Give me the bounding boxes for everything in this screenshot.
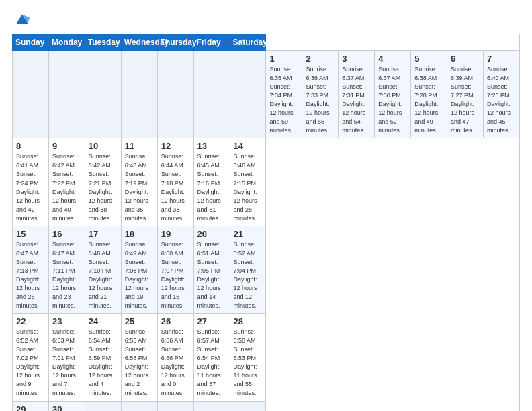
weekday-header: Saturday <box>230 34 266 51</box>
day-info: Sunrise: 6:35 AMSunset: 7:34 PMDaylight:… <box>269 65 298 135</box>
weekday-header: Monday <box>48 34 85 51</box>
calendar-day-cell: 15Sunrise: 6:47 AMSunset: 7:13 PMDayligh… <box>13 226 49 313</box>
calendar-day-cell <box>193 51 230 138</box>
calendar-day-cell: 1Sunrise: 6:35 AMSunset: 7:34 PMDaylight… <box>266 51 302 138</box>
calendar-day-cell: 10Sunrise: 6:42 AMSunset: 7:21 PMDayligh… <box>85 138 121 226</box>
calendar-day-cell: 17Sunrise: 6:48 AMSunset: 7:10 PMDayligh… <box>85 226 121 313</box>
day-info: Sunrise: 6:44 AMSunset: 7:18 PMDaylight:… <box>161 152 190 222</box>
day-number: 5 <box>414 54 443 64</box>
day-info: Sunrise: 6:40 AMSunset: 7:25 PMDaylight:… <box>487 65 516 135</box>
calendar-day-cell: 6Sunrise: 6:39 AMSunset: 7:27 PMDaylight… <box>447 51 484 138</box>
calendar-day-cell: 8Sunrise: 6:41 AMSunset: 7:24 PMDaylight… <box>13 138 49 226</box>
calendar-day-cell: 27Sunrise: 6:57 AMSunset: 6:54 PMDayligh… <box>193 314 230 401</box>
calendar-day-cell <box>48 51 85 138</box>
calendar-day-cell: 30Sunrise: 6:59 AMSunset: 6:50 PMDayligh… <box>48 401 85 411</box>
calendar-day-cell: 18Sunrise: 6:49 AMSunset: 7:08 PMDayligh… <box>121 226 157 313</box>
calendar-day-cell: 24Sunrise: 6:54 AMSunset: 6:59 PMDayligh… <box>85 314 121 401</box>
day-info: Sunrise: 6:55 AMSunset: 6:58 PMDaylight:… <box>125 328 154 398</box>
day-number: 28 <box>234 316 263 326</box>
day-info: Sunrise: 6:49 AMSunset: 7:08 PMDaylight:… <box>125 240 154 310</box>
day-info: Sunrise: 6:37 AMSunset: 7:30 PMDaylight:… <box>378 65 407 135</box>
day-number: 17 <box>89 229 118 239</box>
calendar-day-cell: 5Sunrise: 6:38 AMSunset: 7:28 PMDaylight… <box>411 51 447 138</box>
page: SundayMondayTuesdayWednesdayThursdayFrid… <box>0 0 532 411</box>
calendar-week-row: 8Sunrise: 6:41 AMSunset: 7:24 PMDaylight… <box>13 138 520 226</box>
calendar-day-cell: 23Sunrise: 6:53 AMSunset: 7:01 PMDayligh… <box>48 314 85 401</box>
day-number: 21 <box>234 229 263 239</box>
calendar-day-cell <box>85 51 121 138</box>
day-number: 9 <box>52 141 81 151</box>
day-info: Sunrise: 6:36 AMSunset: 7:33 PMDaylight:… <box>306 65 335 135</box>
day-number: 12 <box>161 141 190 151</box>
calendar-day-cell: 16Sunrise: 6:47 AMSunset: 7:11 PMDayligh… <box>48 226 85 313</box>
calendar-day-cell: 7Sunrise: 6:40 AMSunset: 7:25 PMDaylight… <box>483 51 519 138</box>
day-number: 2 <box>306 54 335 64</box>
calendar-day-cell <box>85 401 121 411</box>
day-info: Sunrise: 6:52 AMSunset: 7:04 PMDaylight:… <box>234 240 263 310</box>
day-number: 22 <box>16 316 45 326</box>
logo-icon <box>15 12 30 27</box>
day-number: 7 <box>487 54 516 64</box>
calendar-day-cell: 13Sunrise: 6:45 AMSunset: 7:16 PMDayligh… <box>193 138 230 226</box>
calendar-day-cell: 22Sunrise: 6:52 AMSunset: 7:02 PMDayligh… <box>13 314 49 401</box>
day-info: Sunrise: 6:54 AMSunset: 6:59 PMDaylight:… <box>89 328 118 398</box>
day-info: Sunrise: 6:47 AMSunset: 7:13 PMDaylight:… <box>16 240 45 310</box>
weekday-header: Sunday <box>13 34 49 51</box>
day-number: 18 <box>125 229 154 239</box>
day-info: Sunrise: 6:45 AMSunset: 7:16 PMDaylight:… <box>197 152 226 222</box>
calendar-day-cell: 3Sunrise: 6:37 AMSunset: 7:31 PMDaylight… <box>339 51 375 138</box>
calendar-day-cell: 9Sunrise: 6:42 AMSunset: 7:22 PMDaylight… <box>48 138 85 226</box>
calendar-day-cell <box>157 51 193 138</box>
day-info: Sunrise: 6:46 AMSunset: 7:15 PMDaylight:… <box>234 152 263 222</box>
day-number: 19 <box>161 229 190 239</box>
calendar-day-cell: 20Sunrise: 6:51 AMSunset: 7:05 PMDayligh… <box>193 226 230 313</box>
day-number: 16 <box>52 229 81 239</box>
day-info: Sunrise: 6:43 AMSunset: 7:19 PMDaylight:… <box>125 152 154 222</box>
day-number: 15 <box>16 229 45 239</box>
day-info: Sunrise: 6:51 AMSunset: 7:05 PMDaylight:… <box>197 240 226 310</box>
calendar-week-row: 22Sunrise: 6:52 AMSunset: 7:02 PMDayligh… <box>13 314 520 401</box>
day-info: Sunrise: 6:47 AMSunset: 7:11 PMDaylight:… <box>52 240 81 310</box>
calendar-day-cell: 21Sunrise: 6:52 AMSunset: 7:04 PMDayligh… <box>230 226 266 313</box>
calendar-week-row: 29Sunrise: 6:58 AMSunset: 6:51 PMDayligh… <box>13 401 520 411</box>
day-number: 6 <box>451 54 480 64</box>
calendar-day-cell: 2Sunrise: 6:36 AMSunset: 7:33 PMDaylight… <box>302 51 339 138</box>
day-number: 3 <box>342 54 371 64</box>
calendar-day-cell <box>230 401 266 411</box>
day-number: 24 <box>89 316 118 326</box>
header <box>12 12 520 27</box>
logo <box>12 12 30 27</box>
weekday-header: Friday <box>193 34 230 51</box>
day-info: Sunrise: 6:37 AMSunset: 7:31 PMDaylight:… <box>342 65 371 135</box>
day-number: 10 <box>89 141 118 151</box>
calendar-day-cell: 26Sunrise: 6:56 AMSunset: 6:56 PMDayligh… <box>157 314 193 401</box>
day-info: Sunrise: 6:56 AMSunset: 6:56 PMDaylight:… <box>161 328 190 398</box>
day-info: Sunrise: 6:42 AMSunset: 7:21 PMDaylight:… <box>89 152 118 222</box>
calendar: SundayMondayTuesdayWednesdayThursdayFrid… <box>12 34 520 411</box>
day-number: 30 <box>52 404 81 412</box>
calendar-day-cell <box>121 51 157 138</box>
calendar-day-cell: 29Sunrise: 6:58 AMSunset: 6:51 PMDayligh… <box>13 401 49 411</box>
calendar-day-cell <box>121 401 157 411</box>
day-info: Sunrise: 6:39 AMSunset: 7:27 PMDaylight:… <box>451 65 480 135</box>
day-info: Sunrise: 6:58 AMSunset: 6:53 PMDaylight:… <box>234 328 263 398</box>
day-info: Sunrise: 6:50 AMSunset: 7:07 PMDaylight:… <box>161 240 190 310</box>
calendar-day-cell: 11Sunrise: 6:43 AMSunset: 7:19 PMDayligh… <box>121 138 157 226</box>
calendar-header: SundayMondayTuesdayWednesdayThursdayFrid… <box>13 34 520 51</box>
day-number: 25 <box>125 316 154 326</box>
calendar-day-cell: 25Sunrise: 6:55 AMSunset: 6:58 PMDayligh… <box>121 314 157 401</box>
calendar-day-cell: 19Sunrise: 6:50 AMSunset: 7:07 PMDayligh… <box>157 226 193 313</box>
day-info: Sunrise: 6:42 AMSunset: 7:22 PMDaylight:… <box>52 152 81 222</box>
day-info: Sunrise: 6:57 AMSunset: 6:54 PMDaylight:… <box>197 328 226 398</box>
day-info: Sunrise: 6:52 AMSunset: 7:02 PMDaylight:… <box>16 328 45 398</box>
weekday-header: Wednesday <box>121 34 157 51</box>
day-number: 20 <box>197 229 226 239</box>
day-info: Sunrise: 6:41 AMSunset: 7:24 PMDaylight:… <box>16 152 45 222</box>
day-info: Sunrise: 6:38 AMSunset: 7:28 PMDaylight:… <box>414 65 443 135</box>
calendar-day-cell: 12Sunrise: 6:44 AMSunset: 7:18 PMDayligh… <box>157 138 193 226</box>
day-number: 1 <box>269 54 298 64</box>
day-number: 14 <box>234 141 263 151</box>
day-number: 27 <box>197 316 226 326</box>
day-number: 23 <box>52 316 81 326</box>
weekday-header: Thursday <box>157 34 193 51</box>
